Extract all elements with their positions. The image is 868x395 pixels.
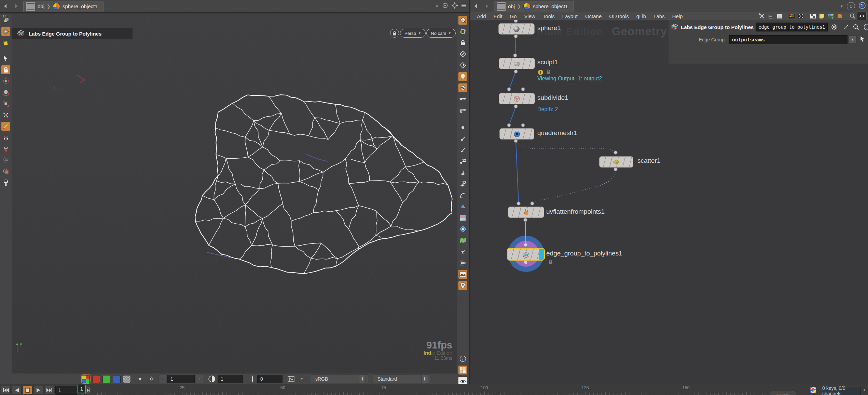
path-caret-icon[interactable]: ▼: [840, 4, 843, 8]
multicolor-prims-icon[interactable]: [458, 202, 467, 211]
back-icon[interactable]: [1, 2, 10, 10]
shelf-polyreduce-icon[interactable]: [1, 27, 10, 36]
node-edge-group-to-polylines1[interactable]: [507, 248, 545, 261]
frame-field[interactable]: 1: [55, 386, 77, 395]
forward-icon[interactable]: [12, 2, 20, 10]
swatch-blue-icon[interactable]: [113, 375, 121, 383]
info-circle-icon[interactable]: i: [458, 354, 467, 363]
keys-status[interactable]: 0 keys, 0/0 channels: [822, 387, 861, 395]
flashlight-icon[interactable]: [1, 178, 10, 187]
search-icon[interactable]: [852, 23, 860, 31]
exposure-plus-button[interactable]: +: [196, 375, 204, 383]
group-list-icon[interactable]: [458, 259, 467, 267]
menu-qlib[interactable]: qLib: [633, 13, 650, 19]
display-flag[interactable]: [539, 249, 544, 260]
jump-end-button[interactable]: [44, 386, 54, 395]
node-quadremesh1[interactable]: [499, 128, 534, 140]
prim-normals-icon[interactable]: [458, 168, 467, 177]
net-back-icon[interactable]: [472, 2, 481, 10]
node-uvflattenfrompoints1[interactable]: [508, 207, 544, 218]
menu-labs[interactable]: Labs: [650, 13, 669, 19]
pane-target-icon[interactable]: [442, 2, 448, 10]
scene-viewport[interactable]: Labs Edge Group to Polylines Persp▼ No c…: [12, 14, 457, 373]
headlight-icon[interactable]: [458, 72, 467, 81]
menu-view[interactable]: View: [521, 13, 539, 19]
shelf-box-icon[interactable]: [1, 38, 10, 47]
select-geometry-arrow-icon[interactable]: [859, 36, 866, 43]
brightness-icon[interactable]: [147, 374, 156, 383]
node-title[interactable]: edge_group_to_polylines1: [546, 250, 622, 257]
tree-view-icon[interactable]: [766, 12, 775, 21]
network-path-tab[interactable]: obj ❯ sphere_object1: [494, 1, 574, 12]
node-sphere1[interactable]: [498, 23, 535, 35]
timeline[interactable]: 25 50 75 100 125 150 1 1 AUTO 0 keys, 0/…: [0, 384, 868, 395]
menu-help[interactable]: Help: [669, 13, 687, 19]
viewport-lock-button[interactable]: [390, 29, 399, 38]
swatch-scheme-icon[interactable]: [82, 375, 90, 383]
brightness-field[interactable]: 0: [257, 375, 283, 383]
menu-edit[interactable]: Edit: [490, 13, 506, 19]
exposure-field[interactable]: 1: [167, 375, 195, 383]
node-title[interactable]: sculpt1: [537, 58, 558, 66]
camera-pill[interactable]: No cam▼: [426, 29, 456, 38]
eye-toggle-icon[interactable]: [857, 11, 867, 21]
active-handle-icon[interactable]: [1, 122, 10, 131]
translate-tool-icon[interactable]: [1, 77, 10, 85]
prim-numbers-icon[interactable]: 12: [458, 180, 467, 188]
menu-layout[interactable]: Layout: [559, 13, 581, 19]
play-button[interactable]: [33, 386, 43, 395]
list-view-icon[interactable]: [775, 12, 784, 21]
location-marker-icon[interactable]: [458, 281, 467, 290]
displaymode-dropdown[interactable]: Standard ▲▼: [373, 374, 430, 383]
notes-icon[interactable]: [817, 12, 826, 21]
step-forward-button[interactable]: [85, 386, 91, 395]
point-normals-icon[interactable]: [458, 134, 467, 143]
swatch-green-icon[interactable]: [102, 375, 110, 383]
pane-caret-icon[interactable]: ▼: [435, 4, 439, 8]
current-tool-icon[interactable]: [458, 16, 467, 25]
edit-tool-icon[interactable]: [1, 110, 10, 119]
node-name-field[interactable]: edge_group_to_polylines1: [756, 23, 828, 31]
node-title[interactable]: quadremesh1: [537, 129, 577, 137]
pane-gear-icon[interactable]: [452, 2, 458, 10]
radar-icon[interactable]: [858, 2, 866, 11]
path-context[interactable]: obj: [508, 3, 515, 9]
node-title[interactable]: subdivide1: [537, 94, 568, 102]
play-reverse-button[interactable]: [12, 386, 22, 395]
menu-tools[interactable]: Tools: [539, 13, 559, 19]
edge-group-menu-button[interactable]: ▼: [849, 36, 857, 44]
node-title[interactable]: sphere1: [537, 24, 561, 32]
network-editor[interactable]: Indie Edition Geometry: [470, 20, 868, 384]
keys-expand-icon[interactable]: ▲: [863, 388, 866, 392]
edge-group-field[interactable]: outputseams: [729, 35, 848, 44]
gamma-icon[interactable]: [136, 374, 144, 383]
node-subdivide1[interactable]: [499, 93, 535, 104]
brush-icon[interactable]: [841, 23, 850, 31]
node-title[interactable]: uvflattenfrompoints1: [546, 208, 605, 215]
point-numbers-icon[interactable]: 12: [458, 157, 467, 166]
desktop-indicator[interactable]: 1: [847, 2, 855, 10]
playhead-marker[interactable]: 1: [78, 385, 86, 393]
scale-tool-icon[interactable]: [1, 99, 10, 108]
select-tool-icon[interactable]: [1, 54, 10, 63]
jump-start-button[interactable]: [1, 386, 11, 395]
snap-magnet-icon[interactable]: [1, 133, 10, 142]
sync-icon[interactable]: [809, 386, 818, 395]
pane-grip-icon[interactable]: [3, 14, 8, 18]
path-node[interactable]: sphere_object1: [63, 3, 98, 9]
stop-button[interactable]: [23, 386, 32, 395]
visualizers-icon[interactable]: [458, 213, 467, 222]
contrast-field[interactable]: 1: [218, 375, 243, 383]
stereo-review-icon[interactable]: [458, 106, 467, 115]
net-forward-icon[interactable]: [482, 2, 491, 10]
new-pane-icon[interactable]: [809, 12, 817, 21]
scene-path-tab[interactable]: obj ❯ sphere_object1: [23, 1, 104, 12]
menu-go[interactable]: Go: [506, 13, 521, 19]
swatch-red-icon[interactable]: [92, 375, 100, 383]
exposure-minus-button[interactable]: −: [158, 375, 166, 383]
projection-pill[interactable]: Persp▼: [400, 29, 426, 38]
uv-poly-icon[interactable]: [458, 236, 467, 245]
menu-add[interactable]: Add: [473, 13, 490, 19]
find-icon[interactable]: [848, 12, 857, 21]
menu-octane[interactable]: Octane: [581, 13, 605, 19]
